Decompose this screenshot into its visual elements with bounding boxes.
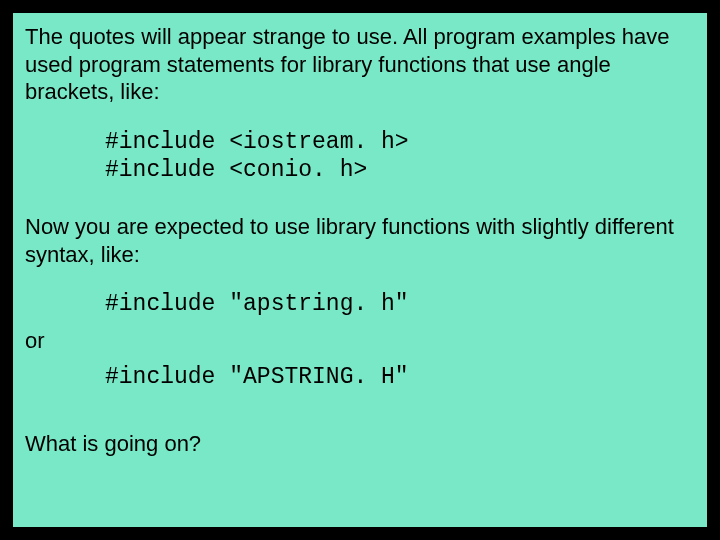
- code-line-3: #include "apstring. h": [25, 290, 695, 319]
- paragraph-1: The quotes will appear strange to use. A…: [25, 23, 695, 106]
- code-block-angle-brackets: #include <iostream. h> #include <conio. …: [25, 128, 695, 186]
- or-label: or: [25, 319, 695, 363]
- code-block-quotes: #include "apstring. h" or #include "APST…: [25, 290, 695, 392]
- paragraph-2: Now you are expected to use library func…: [25, 213, 695, 268]
- slide-panel: The quotes will appear strange to use. A…: [10, 10, 710, 530]
- code-line-4: #include "APSTRING. H": [25, 363, 695, 392]
- code-line-2: #include <conio. h>: [105, 157, 367, 183]
- final-question: What is going on?: [25, 430, 695, 458]
- code-line-1: #include <iostream. h>: [105, 129, 409, 155]
